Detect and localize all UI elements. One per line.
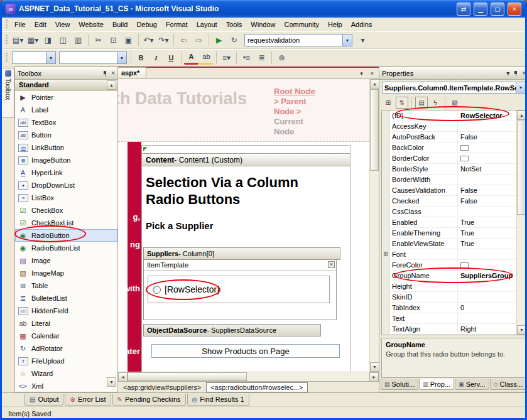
tab-pending-checkins[interactable]: ✎Pending Checkins	[112, 394, 186, 406]
toolbox-item-literal[interactable]: abLiteral	[15, 317, 117, 330]
property-value[interactable]: SuppliersGroup	[458, 271, 516, 281]
breadcrumb-line[interactable]: > Parent	[274, 97, 324, 107]
categorized-icon[interactable]: ⊞	[382, 97, 394, 109]
property-row-text[interactable]: Text	[382, 313, 526, 324]
highlight-icon[interactable]: ab	[199, 51, 214, 65]
tag-radiobutton-rowselector[interactable]: <asp:radiobutton#rowselec...>	[206, 382, 307, 392]
template-close-icon[interactable]: ×	[328, 261, 335, 268]
tab-output[interactable]: ▤Output	[24, 394, 63, 406]
menu-website[interactable]: Website	[74, 19, 108, 30]
tab-list-dropdown-icon[interactable]: ▾	[357, 68, 366, 78]
open-file-icon[interactable]: ◨	[41, 33, 55, 47]
toolbox-item-fileupload[interactable]: ⇑FileUpload	[15, 355, 117, 367]
window-layout-button[interactable]: ⇄	[457, 3, 470, 16]
property-row-accesskey[interactable]: AccessKey	[382, 121, 526, 132]
property-value[interactable]: True	[458, 217, 516, 227]
expand-icon[interactable]: ⊞	[382, 249, 390, 259]
toolbox-item-image[interactable]: ▨Image	[15, 254, 117, 267]
breadcrumb-line[interactable]: Node	[274, 127, 324, 137]
toolbox-item-radiobutton[interactable]: ◉RadioButton	[15, 229, 117, 242]
scroll-down-icon[interactable]: ▼	[517, 325, 526, 335]
toolbox-item-imagemap[interactable]: ▧ImageMap	[15, 267, 117, 279]
itemtemplate-editor[interactable]: ItemTemplate × [RowSelector]	[143, 260, 337, 320]
toolbox-scroll-down-icon[interactable]: ▼	[107, 377, 116, 387]
navigate-forward-icon[interactable]: ⇨	[192, 33, 206, 47]
property-value[interactable]: True	[458, 228, 516, 238]
italic-icon[interactable]: I	[149, 51, 163, 65]
toolbox-item-textbox[interactable]: ablTextBox	[15, 116, 117, 129]
design-surface[interactable]: th Data Tutorials Root Node> ParentNode …	[118, 79, 379, 372]
menu-format[interactable]: Format	[161, 19, 192, 30]
tab-error-list[interactable]: ⊗Error List	[65, 394, 111, 406]
gridview-header[interactable]: Suppliers - Column[0]	[143, 247, 340, 260]
combo-dropdown-icon[interactable]: ▾	[117, 52, 126, 63]
toolbox-item-bulletedlist[interactable]: ≣BulletedList	[15, 292, 117, 304]
toolbox-item-checkbox[interactable]: ☑CheckBox	[15, 204, 117, 217]
property-row-checked[interactable]: CheckedFalse	[382, 196, 526, 207]
property-row-height[interactable]: Height	[382, 281, 526, 292]
scrollbar-thumb[interactable]	[128, 372, 247, 381]
property-value[interactable]: False	[458, 132, 516, 142]
property-value[interactable]: False	[458, 185, 516, 195]
toolbox-item-hyperlink[interactable]: AHyperLink	[15, 166, 117, 179]
scroll-up-icon[interactable]: ▲	[517, 110, 526, 120]
scrollbar-thumb[interactable]	[370, 89, 379, 171]
properties-scrollbar[interactable]: ▲ ▼	[516, 110, 526, 335]
property-row-font[interactable]: ⊞Font	[382, 249, 526, 260]
menu-addins[interactable]: Addins	[347, 19, 377, 30]
toolbox-item-wizard[interactable]: ☆Wizard	[15, 367, 117, 380]
property-value[interactable]	[458, 143, 516, 153]
menu-file[interactable]: File	[10, 19, 30, 30]
copy-icon[interactable]: ⊡	[106, 33, 121, 47]
save-icon[interactable]: ◫	[56, 33, 70, 47]
alignment-icon[interactable]: ≡▾	[219, 51, 234, 65]
property-value[interactable]	[458, 121, 516, 131]
document-tab-aspx[interactable]: aspx*	[114, 67, 146, 78]
toolbox-item-table[interactable]: ⊞Table	[15, 279, 117, 292]
toolbar-options-icon[interactable]: ▾	[356, 33, 370, 47]
tag-gridview-suppliers[interactable]: <asp:gridview#suppliers>	[119, 383, 205, 392]
property-row-cssclass[interactable]: CssClass	[382, 207, 526, 217]
tab-prop[interactable]: ▥Prop...	[419, 379, 454, 390]
toolbox-item-calendar[interactable]: ▦Calendar	[15, 330, 117, 342]
quick-find-input[interactable]	[245, 36, 342, 44]
document-close-icon[interactable]: ×	[367, 68, 377, 78]
close-button[interactable]: ×	[508, 3, 521, 16]
font-name-combo[interactable]: ▾	[59, 51, 127, 64]
toolbox-dock-tab[interactable]: Toolbox	[2, 68, 14, 118]
convert-to-hyperlink-icon[interactable]: ⊛	[274, 51, 289, 65]
cut-icon[interactable]: ✂	[91, 33, 106, 47]
property-row-skinid[interactable]: SkinID	[382, 292, 526, 303]
property-row-textalign[interactable]: TextAlignRight	[382, 324, 526, 335]
maximize-button[interactable]: ▢	[491, 3, 504, 16]
tab-serv[interactable]: ▣Serv...	[455, 379, 489, 390]
toolbar-grip[interactable]	[6, 35, 8, 45]
tab-find-results-1[interactable]: ◎Find Results 1	[187, 394, 249, 406]
content-region[interactable]: Content - Content1 (Custom) Selection Vi…	[141, 145, 350, 372]
navigate-back-icon[interactable]: ⇦	[177, 33, 191, 47]
title-bar[interactable]: ASPNET_Data_Tutorial_51_CS - Microsoft V…	[2, 0, 525, 18]
toolbox-scroll-up-icon[interactable]: ▲	[107, 80, 116, 90]
designer-vertical-scrollbar[interactable]: ▲ ▼	[369, 79, 379, 372]
pin-icon[interactable]	[102, 70, 108, 77]
toolbox-item-pointer[interactable]: ▶Pointer	[15, 91, 117, 104]
toolbox-item-label[interactable]: ALabel	[15, 104, 117, 116]
menu-help[interactable]: Help	[323, 19, 347, 30]
undo-icon[interactable]: ↶▾	[141, 33, 156, 47]
toolbox-item-listbox[interactable]: ≡ListBox	[15, 191, 117, 204]
properties-title-bar[interactable]: Properties ▾ ×	[379, 67, 527, 80]
events-icon[interactable]: ϟ	[429, 97, 442, 109]
add-item-icon[interactable]: ▦▾	[26, 33, 40, 47]
target-rule-combo[interactable]: ▾	[12, 51, 56, 64]
menu-community[interactable]: Community	[280, 19, 323, 30]
toolbox-item-hiddenfield[interactable]: ablHiddenField	[15, 304, 117, 317]
sync-icon[interactable]: ↻	[227, 33, 241, 47]
toolbox-item-radiobuttonlist[interactable]: ◉RadioButtonList	[15, 242, 117, 254]
toolbox-title-bar[interactable]: Toolbox ×	[15, 67, 117, 80]
menu-layout[interactable]: Layout	[192, 19, 222, 30]
combo-dropdown-icon[interactable]: ▾	[516, 82, 525, 93]
toolbar-grip[interactable]	[6, 19, 8, 30]
property-value[interactable]	[458, 153, 516, 163]
property-row-enabletheming[interactable]: EnableThemingTrue	[382, 228, 526, 239]
property-value[interactable]: True	[458, 239, 516, 249]
